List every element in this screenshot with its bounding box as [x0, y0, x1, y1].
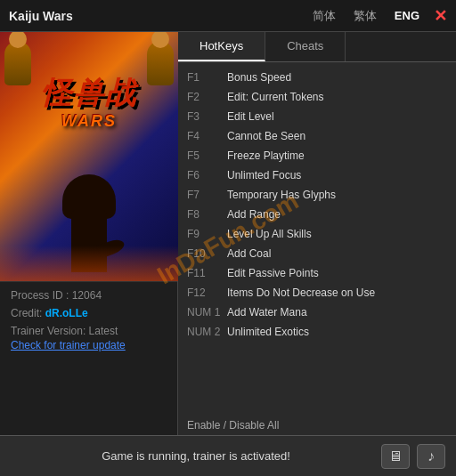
hotkey-item: NUM 2Unlimited Exotics: [187, 322, 447, 342]
hotkey-key: F4: [187, 128, 227, 144]
hotkey-key: F1: [187, 69, 227, 85]
hotkey-item: F10Add Coal: [187, 244, 447, 263]
hotkey-label: Unlimted Focus: [227, 167, 301, 183]
close-button[interactable]: ✕: [434, 8, 447, 24]
music-icon-button[interactable]: ♪: [417, 444, 445, 469]
hotkey-item: F2Edit: Current Tokens: [187, 87, 447, 107]
right-panel: HotKeys Cheats F1Bonus SpeedF2Edit: Curr…: [178, 32, 456, 435]
hotkey-key: F7: [187, 187, 227, 203]
hotkey-label: Add Coal: [227, 246, 271, 262]
game-title-japanese: 怪兽战: [9, 77, 169, 109]
hotkey-item: F7Temporary Has Glyphs: [187, 185, 447, 205]
lang-traditional[interactable]: 繁体: [350, 6, 380, 26]
hotkey-item: F3Edit Level: [187, 107, 447, 126]
trainer-version-label: Trainer Version: Latest: [11, 325, 118, 337]
lang-simplified[interactable]: 简体: [309, 6, 339, 26]
enable-all-row[interactable]: Enable / Disable All: [178, 415, 456, 435]
title-bar-controls: 简体 繁体 ENG ✕: [309, 6, 447, 26]
app-title: Kaiju Wars: [9, 9, 309, 23]
game-art: 怪兽战 WARS: [0, 32, 178, 281]
hotkey-item: F4Cannot Be Seen: [187, 126, 447, 146]
hotkey-key: F3: [187, 109, 227, 125]
content-wrapper: 怪兽战 WARS Process ID : 12064 Credit: dR.o…: [0, 32, 456, 435]
tabs-bar: HotKeys Cheats: [178, 32, 456, 62]
lang-english[interactable]: ENG: [391, 7, 423, 24]
check-update-row[interactable]: Check for trainer update: [11, 339, 167, 351]
status-bar: Game is running, trainer is activated! 🖥…: [0, 435, 456, 476]
game-title-english: WARS: [9, 113, 169, 131]
left-panel: 怪兽战 WARS Process ID : 12064 Credit: dR.o…: [0, 32, 178, 435]
process-id-row: Process ID : 12064: [11, 289, 167, 302]
hotkeys-list: F1Bonus SpeedF2Edit: Current TokensF3Edi…: [178, 62, 456, 415]
hotkey-item: F8Add Range: [187, 205, 447, 224]
monitor-icon: 🖥: [388, 448, 403, 464]
hotkey-label: Level Up All Skills: [227, 226, 312, 242]
music-icon: ♪: [428, 448, 435, 464]
hotkey-label: Freeze Playtime: [227, 148, 305, 164]
hotkey-item: F11Edit Passive Points: [187, 263, 447, 283]
fire-effect: [0, 246, 178, 281]
hotkey-label: Add Range: [227, 206, 281, 222]
credit-value: dR.oLLe: [45, 307, 88, 319]
process-id-value: 12064: [72, 289, 102, 302]
hotkey-item: F6Unlimted Focus: [187, 165, 447, 185]
game-title-overlay: 怪兽战 WARS: [9, 50, 169, 131]
hotkey-item: F12Items Do Not Decrease on Use: [187, 283, 447, 303]
hotkey-key: NUM 1: [187, 304, 227, 320]
hotkey-item: F9Level Up All Skills: [187, 224, 447, 244]
credit-label: Credit:: [11, 307, 45, 319]
title-bar: Kaiju Wars 简体 繁体 ENG ✕: [0, 0, 456, 32]
status-icons: 🖥 ♪: [381, 444, 445, 469]
hotkey-label: Unlimited Exotics: [227, 324, 309, 340]
hotkey-key: F11: [187, 265, 227, 281]
tab-hotkeys[interactable]: HotKeys: [178, 32, 265, 61]
monitor-icon-button[interactable]: 🖥: [381, 444, 410, 469]
hotkey-label: Bonus Speed: [227, 69, 291, 85]
hotkey-label: Items Do Not Decrease on Use: [227, 285, 375, 301]
hotkey-item: F1Bonus Speed: [187, 68, 447, 87]
tab-cheats[interactable]: Cheats: [265, 32, 346, 61]
hotkey-key: F8: [187, 206, 227, 222]
hotkey-item: F5Freeze Playtime: [187, 146, 447, 165]
hotkey-key: F6: [187, 167, 227, 183]
hotkey-key: F2: [187, 89, 227, 105]
hotkey-key: F12: [187, 285, 227, 301]
hotkey-label: Edit Passive Points: [227, 265, 319, 281]
trainer-version-row: Trainer Version: Latest: [11, 325, 167, 337]
credit-row: Credit: dR.oLLe: [11, 307, 167, 319]
hotkey-label: Cannot Be Seen: [227, 128, 305, 144]
process-id-label: Process ID :: [11, 289, 72, 302]
hotkey-key: F5: [187, 148, 227, 164]
info-section: Process ID : 12064 Credit: dR.oLLe Train…: [0, 281, 177, 359]
status-message: Game is running, trainer is activated!: [11, 449, 381, 463]
enable-all-label[interactable]: Enable / Disable All: [187, 419, 279, 432]
check-update-link[interactable]: Check for trainer update: [11, 339, 126, 351]
hotkey-label: Add Water Mana: [227, 304, 307, 320]
hotkey-label: Temporary Has Glyphs: [227, 187, 336, 203]
hotkey-label: Edit Level: [227, 109, 274, 125]
hotkey-key: F10: [187, 246, 227, 262]
hotkey-label: Edit: Current Tokens: [227, 89, 324, 105]
hotkey-key: NUM 2: [187, 324, 227, 340]
hotkey-key: F9: [187, 226, 227, 242]
hotkey-item: NUM 1Add Water Mana: [187, 303, 447, 322]
